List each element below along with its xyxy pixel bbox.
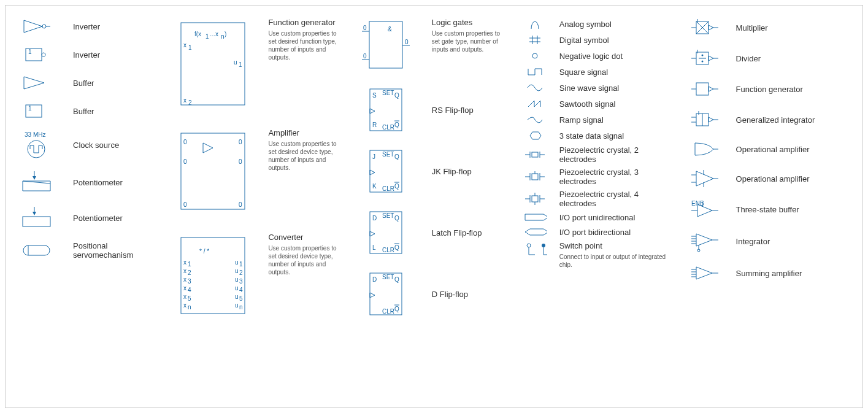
svg-text:3: 3: [188, 278, 191, 285]
svg-text:0: 0: [239, 158, 242, 165]
svg-rect-27: [181, 133, 245, 209]
row-divider: Divider: [687, 48, 850, 68]
svg-text:0: 0: [183, 158, 187, 165]
logic-gates-title: Logic gates: [432, 18, 504, 27]
clock-source-icon: 33 MHz: [18, 131, 55, 159]
svg-text:CLR: CLR: [382, 308, 394, 315]
piezo-3-icon: [523, 170, 547, 183]
inverter-label: Inverter: [73, 22, 100, 31]
positional-servo-icon: [18, 242, 55, 259]
svg-point-131: [542, 244, 545, 247]
svg-text:u: u: [235, 302, 239, 309]
row-logic-gates: & 0 0 0 Logic gates Use custom propertie…: [358, 18, 504, 73]
svg-marker-0: [24, 20, 42, 33]
amplifier-block-icon: 00 00 00: [176, 128, 250, 214]
square-signal-label: Square signal: [559, 68, 609, 77]
svg-text:D: D: [372, 215, 377, 222]
svg-text:2: 2: [188, 269, 191, 276]
svg-text:u: u: [235, 293, 239, 300]
inverter-triangle-icon: [18, 18, 55, 35]
digital-symbol-label: Digital symbol: [559, 36, 609, 45]
opamp-2-label: Operational amplifier: [736, 174, 810, 183]
svg-text:1: 1: [239, 261, 243, 268]
three-state-data-label: 3 state data signal: [559, 131, 624, 141]
svg-text:&: &: [388, 26, 392, 33]
row-three-state-data: 3 state data signal: [523, 129, 669, 142]
svg-rect-117: [532, 174, 538, 180]
clock-freq-text: 33 MHz: [25, 131, 45, 138]
piezo-2-icon: [523, 149, 547, 161]
buffer-box-label: Buffer: [73, 107, 94, 116]
svg-point-108: [532, 53, 537, 58]
svg-text:x: x: [183, 293, 186, 300]
svg-text:0: 0: [183, 139, 187, 145]
svg-text:1: 1: [188, 261, 191, 268]
row-switch-point: Switch point Connect to input or output …: [523, 241, 669, 269]
svg-text:SET: SET: [382, 90, 394, 96]
integrator-icon: [687, 230, 724, 252]
svg-text:u: u: [235, 285, 239, 291]
svg-text:n: n: [221, 33, 225, 40]
svg-text:4: 4: [239, 287, 243, 293]
multiplier-icon: [687, 18, 724, 37]
row-positional-servo: Positional servomechanism: [18, 241, 158, 260]
function-generator-block-icon: f(x1…xn) x1 x2 u1: [176, 18, 250, 110]
svg-point-5: [42, 53, 45, 56]
svg-marker-73: [370, 109, 375, 114]
svg-text:Q: Q: [394, 306, 399, 312]
svg-text:0: 0: [363, 25, 367, 31]
column-1: Inverter 1 Inverter Buffer 1 Buffer 33 M…: [18, 18, 158, 395]
row-rs-flipflop: SSETQ RCLR Q RS Flip-flop: [358, 85, 504, 134]
row-potentiometer-2: Potentiometer: [18, 206, 158, 230]
row-latch-flipflop: DSETQ LCLR Q Latch Flip-flop: [358, 208, 504, 257]
piezo-2-label: Piezoelectric crystal, 2 electrodes: [559, 145, 669, 164]
svg-text:1: 1: [28, 105, 32, 112]
sine-wave-signal-label: Sine wave signal: [559, 83, 620, 93]
switch-point-icon: [523, 241, 547, 258]
svg-text:0: 0: [239, 139, 242, 145]
row-opamp-2: Operational amplifier: [687, 169, 850, 188]
piezo-4-label: Piezoelectric crystal, 4 electrodes: [559, 190, 669, 208]
row-converter-block: * / * x1 x2 x3 x4 x5 xn u1 u2 u3 u4 u5 u…: [176, 233, 339, 318]
piezo-3-label: Piezoelectric crystal, 3 electrodes: [559, 168, 669, 186]
summing-amplifier-label: Summing amplifier: [736, 269, 802, 278]
potentiometer-2-icon: [18, 206, 55, 230]
svg-text:SET: SET: [382, 274, 394, 280]
svg-point-128: [527, 244, 531, 247]
row-square-signal: Square signal: [523, 66, 669, 78]
row-potentiometer-1: Potentiometer: [18, 170, 158, 195]
svg-marker-163: [696, 171, 713, 186]
row-buffer-box: 1 Buffer: [18, 102, 158, 120]
svg-text:u: u: [235, 276, 239, 283]
svg-text:x: x: [183, 42, 186, 48]
svg-text:CLR: CLR: [382, 247, 394, 253]
svg-marker-6: [24, 77, 44, 89]
svg-text:…x: …x: [209, 31, 218, 37]
analog-symbol-label: Analog symbol: [559, 20, 612, 29]
svg-text:R: R: [372, 122, 377, 128]
svg-rect-112: [532, 152, 538, 157]
row-sine-wave-signal: Sine wave signal: [523, 82, 669, 94]
row-jk-flipflop: JSETQ KCLR Q JK Flip-flop: [358, 147, 504, 196]
jk-flipflop-icon: JSETQ KCLR Q: [358, 147, 413, 196]
row-generalized-integrator: Generalized integrator: [687, 110, 850, 129]
svg-text:n: n: [239, 304, 243, 311]
svg-text:5: 5: [188, 295, 191, 302]
analog-symbol-icon: [523, 18, 547, 30]
switch-point-desc: Connect to input or output of integrated…: [559, 253, 669, 269]
buffer-label: Buffer: [73, 79, 94, 88]
svg-text:SET: SET: [382, 151, 394, 158]
svg-text:SET: SET: [382, 212, 394, 219]
rs-flipflop-label: RS Flip-flop: [432, 106, 474, 115]
svg-rect-150: [696, 83, 709, 95]
row-clock-source: 33 MHz Clock source: [18, 131, 158, 159]
d-flipflop-icon: DSETQ CLR Q: [358, 269, 413, 318]
function-generator-sm-icon: [687, 79, 724, 99]
row-buffer-triangle: Buffer: [18, 74, 158, 91]
svg-text:2: 2: [188, 99, 192, 106]
row-inverter-box: 1 Inverter: [18, 46, 158, 63]
svg-text:Q: Q: [394, 153, 399, 160]
svg-marker-147: [709, 56, 713, 61]
column-3: & 0 0 0 Logic gates Use custom propertie…: [358, 18, 504, 395]
logic-gates-icon: & 0 0 0: [358, 18, 413, 73]
